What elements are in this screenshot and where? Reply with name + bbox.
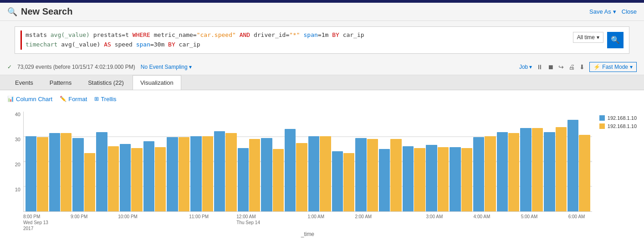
bar-blue[interactable] xyxy=(403,146,414,211)
print-button[interactable]: 🖨 xyxy=(568,63,575,71)
bar-yellow[interactable] xyxy=(414,148,425,211)
bar-blue[interactable] xyxy=(332,151,343,211)
bar-yellow[interactable] xyxy=(461,148,472,211)
bar-yellow[interactable] xyxy=(61,133,72,211)
bar-blue[interactable] xyxy=(238,148,249,211)
bar-yellow[interactable] xyxy=(296,143,307,211)
bar-blue[interactable] xyxy=(167,137,178,211)
bar-yellow[interactable] xyxy=(579,135,590,211)
stop-button[interactable]: ⏹ xyxy=(547,63,554,71)
y-label-10: 10 xyxy=(15,187,20,192)
q2-carip: car_ip xyxy=(179,41,200,48)
x-label-3: 11:00 PM xyxy=(189,214,209,220)
bar-blue[interactable] xyxy=(379,149,390,211)
bar-yellow[interactable] xyxy=(556,127,567,211)
run-search-button[interactable]: 🔍 xyxy=(607,32,624,48)
bar-group xyxy=(238,139,261,211)
bar-group xyxy=(355,138,378,211)
q2-span: span xyxy=(136,41,150,48)
sampling-label: No Event Sampling xyxy=(141,64,188,70)
header-actions: Save As ▾ Close xyxy=(589,8,637,15)
pause-button[interactable]: ⏸ xyxy=(537,63,543,71)
run-search-icon: 🔍 xyxy=(611,36,620,44)
q1-prestats: prestats=t xyxy=(93,31,133,38)
query-bar[interactable]: mstats avg(_value) prestats=t WHERE metr… xyxy=(15,26,629,54)
bar-group xyxy=(520,128,543,211)
legend-color-yellow xyxy=(599,123,605,129)
download-button[interactable]: ⬇ xyxy=(579,63,585,71)
bar-blue[interactable] xyxy=(426,145,437,211)
bar-blue[interactable] xyxy=(450,147,460,211)
bar-yellow[interactable] xyxy=(367,139,378,211)
trellis-button[interactable]: ⊞ Trellis xyxy=(94,96,116,103)
tab-statistics[interactable]: Statistics (22) xyxy=(80,75,132,90)
bar-blue[interactable] xyxy=(285,129,296,211)
format-button[interactable]: ✏️ Format xyxy=(60,96,87,103)
bar-blue[interactable] xyxy=(308,136,319,211)
column-chart-icon: 📊 xyxy=(7,96,14,102)
time-range-dropdown[interactable]: All time ▾ xyxy=(573,32,603,43)
q1-space2 xyxy=(300,31,304,38)
bar-yellow[interactable] xyxy=(202,136,213,211)
bar-yellow[interactable] xyxy=(84,153,95,211)
tab-visualization[interactable]: Visualization xyxy=(133,75,181,90)
bar-yellow[interactable] xyxy=(249,139,260,211)
job-button[interactable]: Job ▾ xyxy=(519,64,532,70)
status-bar: ✓ 73,029 events (before 10/15/17 4:02:19… xyxy=(0,59,644,75)
bar-blue[interactable] xyxy=(26,136,36,211)
tab-patterns[interactable]: Patterns xyxy=(42,75,79,90)
trellis-icon: ⊞ xyxy=(94,96,99,102)
x-label-8: 4:00 AM xyxy=(474,214,491,220)
x-label-5: 1:00 AM xyxy=(307,214,324,220)
event-sampling-button[interactable]: No Event Sampling ▾ xyxy=(141,64,192,70)
bar-yellow[interactable] xyxy=(438,147,449,211)
bar-blue[interactable] xyxy=(567,120,578,211)
bar-blue[interactable] xyxy=(214,131,225,211)
bar-yellow[interactable] xyxy=(508,133,519,211)
bar-yellow[interactable] xyxy=(532,128,543,211)
save-as-button[interactable]: Save As ▾ xyxy=(589,8,616,15)
bar-blue[interactable] xyxy=(473,137,484,211)
share-button[interactable]: ↪ xyxy=(558,63,564,71)
column-chart-button[interactable]: 📊 Column Chart xyxy=(7,96,52,103)
bar-blue[interactable] xyxy=(544,132,555,211)
bar-blue[interactable] xyxy=(49,133,60,211)
bar-yellow[interactable] xyxy=(179,137,189,211)
bar-yellow[interactable] xyxy=(225,133,236,211)
query-input[interactable]: mstats avg(_value) prestats=t WHERE metr… xyxy=(20,31,569,50)
bar-blue[interactable] xyxy=(355,138,366,211)
bar-blue[interactable] xyxy=(261,138,272,211)
bar-yellow[interactable] xyxy=(131,148,142,211)
q1-by: BY xyxy=(332,31,342,38)
query-container: mstats avg(_value) prestats=t WHERE metr… xyxy=(0,21,644,59)
y-label-30: 30 xyxy=(15,137,20,142)
bar-blue[interactable] xyxy=(520,128,531,211)
bar-group xyxy=(544,127,567,211)
bar-group xyxy=(214,131,237,211)
bar-yellow[interactable] xyxy=(37,137,48,211)
bar-blue[interactable] xyxy=(143,141,154,211)
fast-mode-label: Fast Mode xyxy=(602,64,628,70)
bar-yellow[interactable] xyxy=(108,146,119,211)
bar-yellow[interactable] xyxy=(273,149,284,211)
bar-yellow[interactable] xyxy=(485,136,496,211)
bar-blue[interactable] xyxy=(96,132,107,211)
bar-yellow[interactable] xyxy=(155,147,166,211)
bar-group xyxy=(497,132,520,211)
bar-group xyxy=(49,133,72,211)
format-label: Format xyxy=(68,96,87,103)
bar-blue[interactable] xyxy=(120,144,131,211)
bar-blue[interactable] xyxy=(72,138,83,211)
bar-blue[interactable] xyxy=(497,132,508,211)
bar-yellow[interactable] xyxy=(390,139,401,211)
format-icon: ✏️ xyxy=(60,96,66,102)
fast-mode-button[interactable]: ⚡ Fast Mode ▾ xyxy=(589,62,637,72)
bar-group xyxy=(379,139,402,211)
bar-yellow[interactable] xyxy=(320,136,331,211)
bar-yellow[interactable] xyxy=(343,153,354,211)
close-button[interactable]: Close xyxy=(622,8,637,15)
job-chevron-icon: ▾ xyxy=(529,64,532,70)
bar-blue[interactable] xyxy=(190,136,201,211)
chart-legend: 192.168.1.10 192.168.1.10 xyxy=(599,112,637,129)
tab-events[interactable]: Events xyxy=(7,75,41,90)
